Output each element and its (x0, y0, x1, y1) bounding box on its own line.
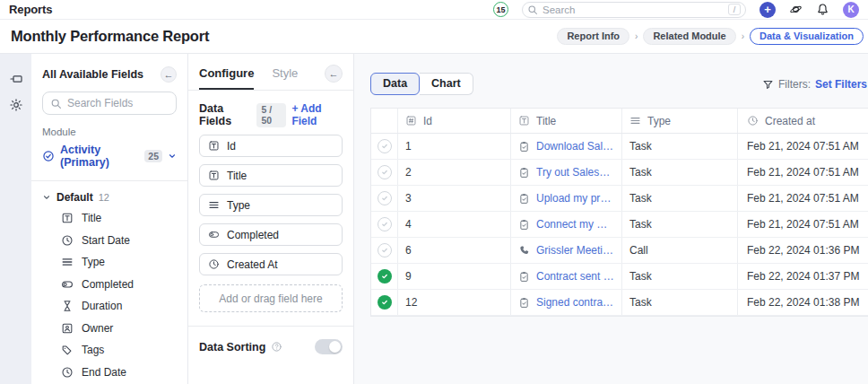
task-icon (518, 193, 530, 205)
cell-created-at: Feb 21, 2024 07:51 AM (738, 212, 868, 237)
table-row[interactable]: 3 Upload my profile pi... Task Feb 21, 2… (371, 186, 868, 212)
field-item-title[interactable]: Title (42, 207, 177, 230)
breadcrumb: Report Info › Related Module › Data & Vi… (557, 28, 864, 45)
cell-created-at: Feb 22, 2024 01:37 PM (738, 264, 868, 289)
record-link[interactable]: Signed contract due... (536, 296, 614, 309)
task-icon (518, 297, 530, 309)
cell-created-at: Feb 21, 2024 07:51 AM (738, 160, 868, 185)
tab-style[interactable]: Style (272, 66, 298, 88)
breadcrumb-data-visualization[interactable]: Data & Visualization (750, 28, 864, 45)
field-item-duration[interactable]: Duration (42, 295, 177, 318)
text-field-icon (518, 115, 530, 127)
record-link[interactable]: Contract sent via e... (536, 270, 614, 283)
completed-check-icon[interactable] (378, 295, 392, 310)
breadcrumb-related-module[interactable]: Related Module (643, 28, 735, 45)
completed-check-icon[interactable] (378, 269, 392, 284)
search-icon (50, 98, 62, 109)
data-fields-label: Data Fields (199, 102, 251, 127)
breadcrumb-report-info[interactable]: Report Info (557, 28, 629, 45)
record-link[interactable]: Download Salesmat... (536, 140, 614, 153)
completed-check-icon[interactable] (378, 243, 392, 257)
quick-add-button[interactable]: + (760, 2, 776, 18)
hash-icon (405, 115, 417, 127)
column-header[interactable]: Id (423, 115, 432, 127)
cell-type: Task (622, 160, 738, 185)
global-search-input[interactable] (542, 4, 724, 15)
list-icon (629, 115, 641, 127)
back-arrow-icon: ← (329, 69, 339, 79)
table-row[interactable]: 2 Try out Salesmate C... Task Feb 21, 20… (371, 160, 868, 186)
field-item-end-date[interactable]: End Date (42, 362, 177, 384)
field-group-default[interactable]: Default 12 (42, 191, 177, 204)
table-row[interactable]: 4 Connect my Google ... Task Feb 21, 202… (371, 212, 868, 238)
cell-created-at: Feb 22, 2024 01:36 PM (738, 238, 868, 263)
chevron-right-icon: › (742, 31, 744, 41)
fields-search-input[interactable] (67, 97, 169, 109)
available-fields-panel: All Available Fields ← Module Activity (… (31, 54, 188, 384)
task-icon (518, 167, 530, 179)
back-arrow-icon: ← (164, 70, 174, 80)
record-link[interactable]: Try out Salesmate C... (536, 166, 614, 179)
completed-check-icon[interactable] (378, 217, 392, 231)
cell-id: 12 (398, 290, 511, 315)
bell-icon[interactable] (816, 3, 829, 16)
table-row[interactable]: 1 Download Salesmat... Task Feb 21, 2024… (371, 134, 868, 160)
module-selector[interactable]: Activity (Primary) 25 (42, 144, 177, 169)
data-field-chip-created-at[interactable]: Created At (199, 253, 343, 275)
global-search[interactable]: / (522, 2, 746, 18)
data-field-chip-id[interactable]: Id (199, 135, 343, 157)
add-field-button[interactable]: + Add Field (291, 102, 343, 127)
rocket-icon[interactable] (789, 3, 803, 16)
field-item-owner[interactable]: Owner (42, 318, 177, 340)
field-item-completed[interactable]: Completed (42, 274, 177, 296)
set-filters-link[interactable]: Set Filters (815, 78, 867, 91)
clock-icon (61, 366, 74, 379)
record-link[interactable]: Connect my Google ... (536, 218, 614, 231)
collapse-configure-button[interactable]: ← (325, 65, 343, 83)
data-field-chip-type[interactable]: Type (199, 194, 343, 216)
field-item-start-date[interactable]: Start Date (42, 230, 177, 252)
fields-search[interactable] (42, 92, 177, 115)
task-icon (518, 271, 530, 283)
table-row[interactable]: 6 Grissler Meeting Call Feb 22, 2024 01:… (371, 238, 868, 264)
cell-type: Task (622, 290, 738, 315)
field-label: Type (82, 256, 105, 268)
tab-configure[interactable]: Configure (199, 66, 254, 90)
data-field-chip-title[interactable]: Title (199, 164, 343, 187)
tab-data[interactable]: Data (370, 73, 420, 95)
configure-panel: Configure Style ← Data Fields 5 / 50 + A… (188, 54, 354, 384)
user-avatar[interactable]: K (843, 2, 859, 18)
list-icon (61, 256, 74, 268)
completed-check-icon[interactable] (378, 165, 392, 179)
completed-check-icon[interactable] (378, 191, 392, 205)
field-item-type[interactable]: Type (42, 251, 177, 274)
column-header[interactable]: Created at (765, 115, 815, 127)
column-header[interactable]: Title (536, 115, 556, 127)
field-label: Tags (82, 344, 104, 356)
table-row[interactable]: 9 Contract sent via e... Task Feb 22, 20… (371, 264, 868, 290)
table-row[interactable]: 12 Signed contract due... Task Feb 22, 2… (371, 290, 868, 316)
collapse-panel-button[interactable]: ← (161, 66, 177, 83)
record-link[interactable]: Upload my profile pi... (536, 192, 614, 205)
chip-label: Created At (227, 258, 278, 271)
field-label: Completed (82, 278, 134, 291)
record-link[interactable]: Grissler Meeting (536, 244, 614, 257)
chevron-right-icon: › (635, 31, 638, 41)
gear-icon[interactable] (7, 96, 25, 114)
list-icon (208, 199, 220, 211)
data-field-chip-completed[interactable]: Completed (199, 223, 343, 246)
clock-icon (747, 115, 759, 127)
notification-count-badge[interactable]: 15 (493, 2, 508, 17)
view-tabs: Data Chart (370, 73, 473, 95)
tab-chart[interactable]: Chart (420, 73, 473, 95)
data-fields-count-badge: 5 / 50 (256, 103, 286, 127)
completed-check-icon[interactable] (378, 139, 392, 153)
help-icon[interactable] (271, 341, 282, 353)
field-drop-zone[interactable]: Add or drag field here (199, 284, 343, 312)
data-sorting-toggle[interactable] (315, 339, 343, 354)
field-item-tags[interactable]: Tags (42, 339, 177, 362)
column-header[interactable]: Type (647, 115, 671, 127)
funnel-icon (762, 79, 774, 91)
panel-toggle-icon[interactable] (7, 70, 25, 88)
group-name: Default (56, 191, 93, 204)
